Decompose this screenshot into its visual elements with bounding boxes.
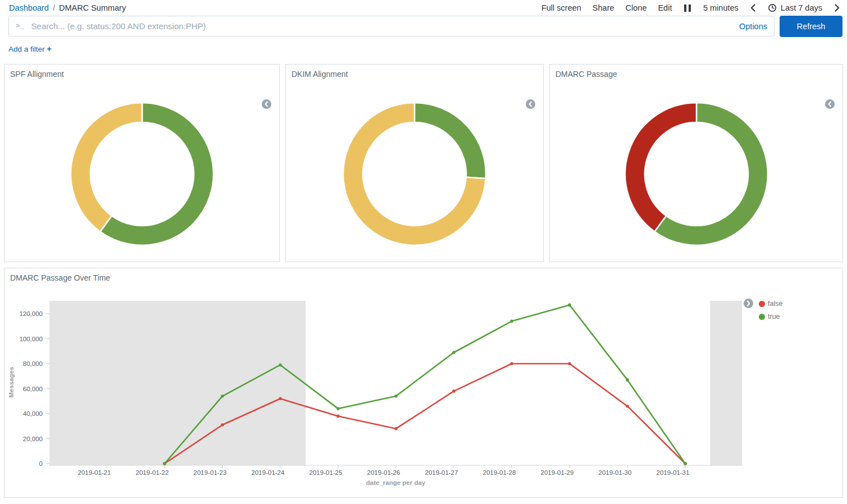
clock-icon bbox=[768, 3, 777, 12]
share-button[interactable]: Share bbox=[593, 3, 614, 12]
panel-title: DKIM Alignment bbox=[286, 65, 543, 84]
add-filter-link[interactable]: Add a filter + bbox=[8, 45, 52, 53]
legend-collapse-chevron-left-icon[interactable] bbox=[526, 99, 535, 109]
dmarc-donut-chart[interactable] bbox=[621, 98, 772, 250]
time-picker[interactable]: Last 7 days bbox=[768, 3, 822, 12]
legend-collapse-chevron-left-icon[interactable] bbox=[262, 99, 271, 109]
panel-spf-alignment: SPF Allignment bbox=[4, 64, 280, 262]
svg-text:2019-01-26: 2019-01-26 bbox=[367, 469, 400, 476]
legend-item-true[interactable]: true bbox=[759, 313, 782, 320]
options-link[interactable]: Options bbox=[739, 22, 767, 31]
plus-icon: + bbox=[47, 44, 51, 53]
svg-text:0: 0 bbox=[39, 460, 43, 467]
clone-button[interactable]: Clone bbox=[626, 3, 647, 12]
query-bar: >_ Options Refresh bbox=[8, 16, 843, 37]
panel-title: DMARC Passage bbox=[550, 65, 843, 84]
breadcrumb: Dashboard / DMARC Summary bbox=[9, 3, 126, 12]
dkim-donut-chart[interactable] bbox=[339, 98, 490, 250]
page-title: DMARC Summary bbox=[59, 3, 126, 12]
top-nav-bar: Dashboard / DMARC Summary Full screen Sh… bbox=[0, 0, 847, 13]
time-back-chevron-left-icon[interactable] bbox=[750, 4, 757, 12]
panel-title: SPF Allignment bbox=[4, 65, 279, 84]
svg-text:80,000: 80,000 bbox=[23, 360, 43, 367]
dashboard-grid: SPF Allignment DKIM Alignment DMARC Pass… bbox=[4, 64, 843, 498]
panel-dmarc-passage-over-time: DMARC Passage Over Time 2019-01-212019-0… bbox=[4, 268, 843, 498]
dashboard-menu: Full screen Share Clone Edit 5 minutes L… bbox=[541, 3, 840, 12]
svg-text:2019-01-28: 2019-01-28 bbox=[483, 469, 516, 476]
svg-text:2019-01-23: 2019-01-23 bbox=[194, 469, 227, 476]
svg-text:date_range per day: date_range per day bbox=[366, 479, 426, 486]
full-screen-button[interactable]: Full screen bbox=[541, 3, 581, 12]
refresh-button[interactable]: Refresh bbox=[780, 16, 843, 37]
search-input[interactable] bbox=[30, 21, 734, 31]
svg-text:2019-01-29: 2019-01-29 bbox=[541, 469, 574, 476]
svg-text:2019-01-24: 2019-01-24 bbox=[252, 469, 285, 476]
time-range-label: Last 7 days bbox=[781, 3, 822, 12]
svg-text:20,000: 20,000 bbox=[23, 436, 43, 442]
svg-text:120,000: 120,000 bbox=[19, 310, 43, 317]
breadcrumb-dashboard-link[interactable]: Dashboard bbox=[9, 3, 49, 12]
query-prompt-icon: >_ bbox=[16, 22, 24, 30]
panel-dmarc-passage: DMARC Passage bbox=[549, 64, 843, 262]
svg-text:60,000: 60,000 bbox=[23, 386, 43, 392]
edit-button[interactable]: Edit bbox=[658, 3, 672, 12]
legend-expand-chevron-right-icon[interactable] bbox=[744, 299, 753, 308]
refresh-interval-button[interactable]: 5 minutes bbox=[703, 3, 739, 12]
svg-text:2019-01-21: 2019-01-21 bbox=[78, 469, 111, 476]
true-series-dot-icon bbox=[759, 314, 765, 320]
svg-text:100,000: 100,000 bbox=[19, 336, 43, 342]
timeseries-legend: false true bbox=[744, 299, 782, 320]
svg-text:2019-01-31: 2019-01-31 bbox=[657, 469, 690, 476]
timeseries-chart[interactable]: 2019-01-212019-01-222019-01-232019-01-24… bbox=[4, 268, 841, 497]
svg-text:2019-01-25: 2019-01-25 bbox=[309, 469, 343, 476]
svg-text:Messages: Messages bbox=[8, 367, 15, 398]
search-box[interactable]: >_ Options bbox=[8, 16, 775, 36]
svg-text:40,000: 40,000 bbox=[23, 410, 43, 417]
time-forward-chevron-right-icon[interactable] bbox=[834, 4, 840, 12]
svg-text:2019-01-22: 2019-01-22 bbox=[136, 469, 169, 476]
breadcrumb-separator: / bbox=[53, 3, 55, 12]
spf-donut-chart[interactable] bbox=[66, 98, 218, 250]
false-series-dot-icon bbox=[759, 301, 765, 307]
panel-dkim-alignment: DKIM Alignment bbox=[285, 64, 544, 262]
svg-text:2019-01-27: 2019-01-27 bbox=[425, 469, 458, 476]
legend-item-false[interactable]: false bbox=[759, 300, 782, 308]
pause-icon[interactable] bbox=[683, 4, 692, 12]
legend-collapse-chevron-left-icon[interactable] bbox=[825, 99, 835, 109]
filter-bar: Add a filter + bbox=[8, 44, 847, 54]
svg-text:2019-01-30: 2019-01-30 bbox=[599, 469, 632, 476]
